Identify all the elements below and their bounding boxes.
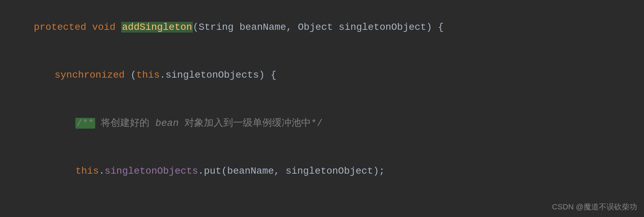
comment-marker-1: /** [75, 118, 95, 129]
keyword-void: void [92, 22, 115, 33]
code-line-3: /** 将创建好的 bean 对象加入到一级单例缓冲池中*/ [0, 99, 644, 147]
code-line-6: /** 从三级缓存中移除（针对的不是处理循环依赖问题）*/ [0, 212, 644, 217]
code-line-4: this.singletonObjects.put(beanName, sing… [0, 147, 644, 195]
method-name-addsingleton: addSingleton [121, 22, 193, 33]
code-line-1: protected void addSingleton(String beanN… [0, 3, 644, 51]
keyword-synchronized: synchronized [55, 70, 125, 80]
type-string: String [199, 22, 234, 33]
code-container: protected void addSingleton(String beanN… [0, 0, 644, 217]
watermark: CSDN @魔道不误砍柴功 [552, 201, 637, 213]
type-object: Object [298, 22, 333, 33]
keyword-this-1: this [136, 70, 159, 80]
comment-italic-bean-1: bean [155, 118, 179, 129]
keyword-protected: protected [34, 22, 86, 33]
code-line-5 [0, 196, 644, 212]
field-singletonobjects: singletonObjects [105, 166, 198, 176]
keyword-this-2: this [75, 166, 99, 176]
comment-text-1b: 对象加入到一级单例缓冲池中*/ [179, 118, 322, 129]
comment-text-1: 将创建好的 [95, 118, 156, 129]
code-line-2: synchronized (this.singletonObjects) { [0, 51, 644, 99]
